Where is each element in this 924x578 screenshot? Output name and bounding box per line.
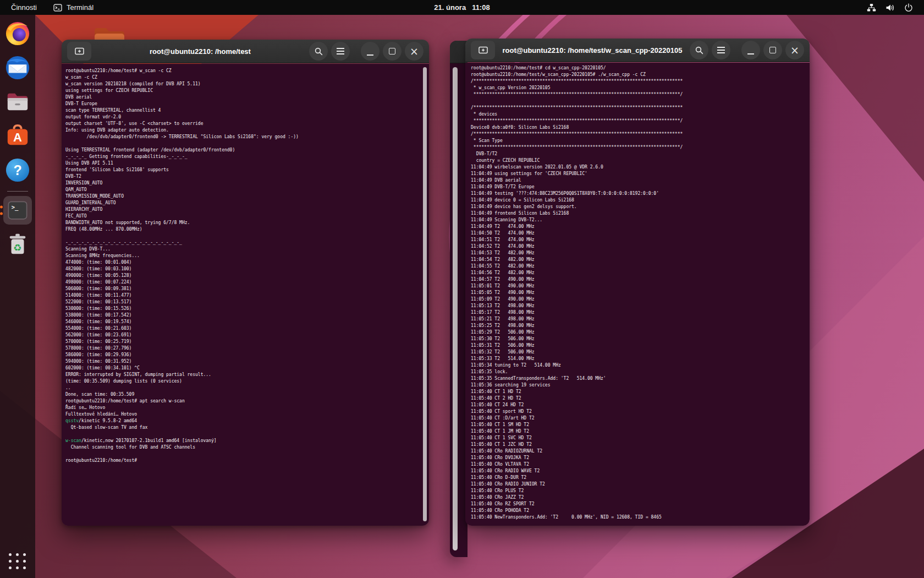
close-button[interactable]: × [405,42,424,61]
minimize-button[interactable] [741,41,760,59]
dock: A ? >_ [0,15,35,578]
terminal-line: 11:05:40 CRo PLUS T2 [471,488,804,494]
search-button[interactable] [309,42,328,61]
terminal-line: 506000: (time: 00:09.381) [65,286,424,292]
scrollbar[interactable] [423,67,427,521]
terminal-icon: >_ [6,199,29,222]
titlebar[interactable]: root@ubuntu2210: /home/test × [62,40,429,63]
window-title: root@ubuntu2210: /home/test/w_scan_cpp-2… [498,46,686,54]
dock-item-thunderbird[interactable] [3,53,32,82]
terminal-line: 11:05:40 NewTransponders.Add: 'T2 0.00 M… [471,514,804,521]
terminal-line: 11:05:40 CRo DVOJKA T2 [471,455,804,461]
terminal-line [65,431,424,438]
menu-button[interactable] [331,42,350,61]
dock-item-files[interactable] [3,88,32,116]
terminal-line: 11:05:40 CRo D-DUR T2 [471,475,804,481]
terminal-line: 11:04:57 T2 490.00 MHz [471,276,804,283]
terminal-output[interactable]: root@ubuntu2210:/home/test# w_scan -c CZ… [62,64,429,526]
dock-item-terminal[interactable]: >_ [3,196,32,225]
terminal-line: output format vdr-2.0 [65,114,424,121]
clock-time: 11:08 [472,3,490,12]
terminal-output[interactable]: root@ubuntu2210:/home/test# cd w_scan_cp… [465,63,810,526]
terminal-line: DVB aerial [65,94,424,101]
terminal-line: 11:04:56 T2 482.00 MHz [471,270,804,276]
terminal-line: root@ubuntu2210:/home/test# cd w_scan_cp… [471,65,804,72]
terminal-line: 11:05:40 CRo JAZZ T2 [471,494,804,501]
terminal-line: 11:04:49 using settings for 'CZECH REPUB… [471,171,804,177]
close-button[interactable]: × [785,41,804,59]
terminal-line: 578000: (time: 00:27.796) [65,345,424,352]
terminal-line: w_scan version 20210218 (compiled for DV… [65,81,424,88]
app-menu[interactable]: Terminál [53,3,94,12]
show-applications-button[interactable] [9,553,26,569]
terminal-line: Using DVB API 5.11 [65,160,424,167]
terminal-line: 538000: (time: 00:17.542) [65,312,424,319]
terminal-line: 602000: (time: 00:34.101) ^C [65,365,424,372]
menu-button[interactable] [712,41,730,59]
terminal-line: 11:04:50 T2 474.00 MHz [471,230,804,237]
terminal-line: 530000: (time: 00:15.526) [65,306,424,312]
new-tab-icon [75,47,84,55]
terminal-line: 11:05:35 ScannedTransponders.Add: 'T2 51… [471,375,804,382]
activities-button[interactable]: Činnosti [11,3,37,12]
dock-separator [7,191,28,192]
svg-text:?: ? [13,162,21,178]
terminal-line: DVB-T Europe [65,101,424,107]
terminal-line: 474000: (time: 00:01.004) [65,259,424,266]
terminal-line: 514000: (time: 00:11.477) [65,292,424,299]
new-tab-button[interactable] [471,41,495,59]
terminal-line: scan type TERRESTRIAL, channellist 4 [65,107,424,114]
dock-item-ubuntu-software[interactable]: A [3,122,32,150]
maximize-icon [389,48,395,54]
new-tab-button[interactable] [67,42,91,61]
terminal-line: -_-_-_-_ Getting frontend capabilities-_… [65,154,424,160]
terminal-line: 11:05:31 T2 506.00 MHz [471,342,804,349]
terminal-line: ****************************************… [471,118,804,124]
top-bar: Činnosti Terminál 21. února 11:08 [0,0,924,15]
firefox-icon [5,21,30,46]
terminal-line: using settings for CZECH REPUBLIC [65,88,424,94]
maximize-button[interactable] [383,42,402,61]
terminal-line: 11:05:40 CRo RADIO WAVE T2 [471,468,804,475]
terminal-line: country = CZECH REPUBLIC [471,157,804,164]
running-window-indicators [0,206,3,215]
terminal-line: 11:04:54 T2 482.00 MHz [471,257,804,263]
terminal-line: 11:04:49 Scanning DVB-T2... [471,217,804,223]
scrollbar[interactable] [453,67,458,550]
terminal-line: Info: using DVB adapter auto detection. [65,127,424,134]
minimize-icon [367,54,373,56]
titlebar[interactable]: root@ubuntu2210: /home/test/w_scan_cpp-2… [465,39,810,62]
terminal-line: root@ubuntu2210:/home/test# [65,457,424,464]
terminal-line: w-scan/kinetic,now 20170107-2.1build1 am… [65,438,424,444]
terminal-line: 11:05:40 CRo RADIO JUNIOR T2 [471,481,804,488]
minimize-button[interactable] [361,42,380,61]
help-icon: ? [5,157,30,183]
terminal-line: 570000: (time: 00:25.719) [65,339,424,345]
dock-item-trash[interactable]: ♻ [3,230,32,259]
dock-item-help[interactable]: ? [3,156,32,184]
terminal-line: 11:05:17 T2 498.00 MHz [471,309,804,316]
terminal-line: 11:05:40 CRo RZ SPORT T2 [471,501,804,508]
terminal-line: DVB-T2 [65,173,424,180]
dock-item-firefox[interactable] [3,19,32,48]
maximize-button[interactable] [763,41,782,59]
terminal-line [65,140,424,147]
terminal-line: 11:05:40 CT 1 JZC HD T2 [471,441,804,448]
terminal-line: 11:05:01 T2 490.00 MHz [471,283,804,290]
svg-text:A: A [13,130,22,144]
terminal-line: 11:05:34 tuning to T2 514.00 MHz [471,362,804,369]
terminal-window-left: root@ubuntu2210: /home/test × root@ubunt… [62,40,429,526]
volume-icon [886,3,895,12]
terminal-line: BANDWIDTH_AUTO not supported, trying 6/7… [65,220,424,226]
hamburger-icon [337,51,344,52]
terminal-line: TRANSMISSION_MODE_AUTO [65,193,424,200]
terminal-line: 11:04:55 T2 482.00 MHz [471,263,804,270]
clock-button[interactable]: 21. února 11:08 [434,3,490,12]
terminal-line: .. [65,385,424,391]
terminal-line: 11:04:49 device 0 = Silicon Labs Si2168 [471,197,804,204]
search-button[interactable] [690,41,708,59]
terminal-line: QAM_AUTO [65,187,424,193]
terminal-line [65,233,424,239]
svg-text:>_: >_ [12,204,19,211]
system-status-area[interactable] [867,3,924,12]
